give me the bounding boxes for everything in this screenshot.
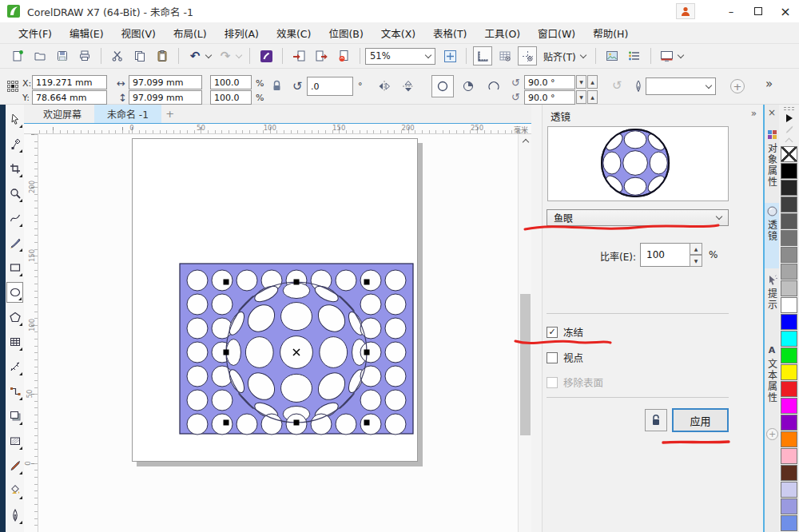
palette-swatch[interactable] <box>781 431 797 447</box>
menu-item-10[interactable]: 窗口(W) <box>529 22 584 44</box>
scroll-up-button[interactable] <box>519 134 532 148</box>
palette-swatch[interactable] <box>781 230 797 246</box>
menu-item-6[interactable]: 位图(B) <box>320 22 372 44</box>
propbar-overflow-button[interactable]: » <box>765 78 773 90</box>
palette-grip[interactable] <box>783 106 795 111</box>
paste-button[interactable] <box>153 46 172 66</box>
vertical-scrollbar[interactable] <box>518 134 531 532</box>
palette-swatch[interactable] <box>781 264 797 280</box>
palette-swatch[interactable] <box>781 180 797 196</box>
zoom-tool[interactable] <box>6 183 23 204</box>
maximize-button[interactable] <box>745 1 772 22</box>
palette-swatch[interactable] <box>781 347 797 363</box>
search-content-button[interactable] <box>256 46 276 66</box>
palette-swatch[interactable] <box>781 364 797 380</box>
minimize-button[interactable]: – <box>718 1 745 22</box>
undo-button[interactable]: ↶ <box>185 46 205 66</box>
pie-end-down-button[interactable]: ▼ <box>576 90 586 104</box>
application-launcher-button[interactable] <box>658 46 677 66</box>
palette-swatch[interactable] <box>781 280 797 296</box>
tab-text-properties[interactable]: A 文本属性 <box>765 342 779 423</box>
outline-pen-tool[interactable] <box>6 505 23 526</box>
close-button[interactable]: × <box>772 1 799 22</box>
copy-button[interactable] <box>130 46 149 66</box>
undo-dropdown-icon[interactable] <box>205 51 212 58</box>
palette-swatch[interactable] <box>781 213 797 229</box>
menu-item-2[interactable]: 视图(V) <box>113 22 165 44</box>
freehand-tool[interactable] <box>6 208 23 228</box>
lock-ratio-button[interactable] <box>272 80 282 92</box>
shape-tool[interactable] <box>6 133 23 154</box>
ratio-up-button[interactable]: ▲ <box>690 243 702 255</box>
palette-swatch[interactable] <box>781 465 797 481</box>
cut-button[interactable] <box>108 46 127 66</box>
redo-button[interactable]: ↷ <box>216 46 235 66</box>
palette-eyedropper-icon[interactable] <box>785 125 794 136</box>
new-document-tab-button[interactable]: + <box>161 105 179 123</box>
palette-swatch[interactable] <box>781 297 797 313</box>
palette-swatch-none[interactable] <box>781 146 797 162</box>
apply-button[interactable]: 应用 <box>672 408 729 432</box>
x-position-input[interactable] <box>32 75 107 89</box>
menu-item-5[interactable]: 效果(C) <box>268 22 320 44</box>
scale-y-input[interactable] <box>210 90 252 105</box>
ratio-down-button[interactable]: ▼ <box>690 255 702 267</box>
palette-swatch[interactable] <box>781 415 797 431</box>
tab-hints[interactable]: 提示 <box>765 272 779 339</box>
show-grid-toggle[interactable] <box>495 46 515 66</box>
dimension-tool[interactable] <box>6 356 23 377</box>
docker-close-button[interactable]: × <box>768 107 776 118</box>
redo-dropdown-icon[interactable] <box>236 51 242 58</box>
polygon-tool[interactable] <box>6 307 23 328</box>
change-direction-button[interactable]: ↺ <box>612 80 622 92</box>
menu-item-3[interactable]: 布局(L) <box>165 22 216 44</box>
rectangle-tool[interactable] <box>6 257 23 278</box>
pick-tool[interactable] <box>6 109 23 129</box>
print-button[interactable] <box>75 46 94 66</box>
scrollbar-thumb[interactable] <box>520 294 531 435</box>
rotation-angle-input[interactable] <box>307 77 353 96</box>
menu-item-7[interactable]: 文本(X) <box>372 22 424 44</box>
checkbox-1[interactable] <box>547 352 558 363</box>
pie-end-up-button[interactable]: ▲ <box>587 90 598 104</box>
ellipse-tool[interactable] <box>6 282 23 303</box>
menu-item-1[interactable]: 编辑(E) <box>61 22 113 44</box>
object-height-input[interactable] <box>129 90 202 105</box>
pie-start-up-button[interactable]: ▲ <box>587 75 598 89</box>
document-tab-1[interactable]: 未命名 -1 <box>94 105 161 123</box>
menu-item-9[interactable]: 工具(O) <box>476 22 530 44</box>
smart-fill-tool[interactable] <box>6 480 23 501</box>
menu-item-11[interactable]: 帮助(H) <box>584 22 637 44</box>
launcher-chevron-icon[interactable] <box>677 51 683 58</box>
canvas-drawing[interactable] <box>38 134 518 532</box>
object-width-input[interactable] <box>129 75 202 89</box>
transparency-tool[interactable] <box>6 431 23 451</box>
drop-shadow-tool[interactable] <box>6 406 23 427</box>
docker-collapse-button[interactable]: » <box>751 108 757 119</box>
palette-swatch[interactable] <box>781 498 797 514</box>
quick-customize-button[interactable]: + <box>766 428 778 440</box>
pie-start-angle-input[interactable]: 90.0 ° <box>524 75 575 89</box>
palette-swatch[interactable] <box>781 163 797 179</box>
options-button[interactable] <box>625 46 644 66</box>
artistic-media-tool[interactable] <box>6 232 23 253</box>
pie-start-down-button[interactable]: ▼ <box>576 75 586 89</box>
y-position-input[interactable] <box>32 90 107 105</box>
zoom-fit-button[interactable] <box>440 46 459 66</box>
document-tab-0[interactable]: 欢迎屏幕 <box>30 105 94 123</box>
docker-splitter[interactable] <box>531 105 542 532</box>
show-guidelines-toggle[interactable] <box>518 46 537 66</box>
show-rulers-toggle[interactable] <box>473 46 492 66</box>
zoom-level-combo[interactable]: 51% <box>365 48 435 65</box>
outline-width-combo[interactable] <box>646 77 716 95</box>
import-button[interactable] <box>289 46 308 66</box>
pie-mode-button[interactable] <box>457 75 479 97</box>
menu-item-8[interactable]: 表格(T) <box>424 22 475 44</box>
menu-item-0[interactable]: 文件(F) <box>10 22 61 44</box>
export-button[interactable] <box>312 46 331 66</box>
ellipse-mode-button[interactable] <box>431 75 454 97</box>
sign-in-user-icon[interactable] <box>676 3 695 19</box>
palette-swatch[interactable] <box>781 314 797 330</box>
mirror-vertical-button[interactable] <box>398 76 419 97</box>
palette-swatch[interactable] <box>781 247 797 263</box>
